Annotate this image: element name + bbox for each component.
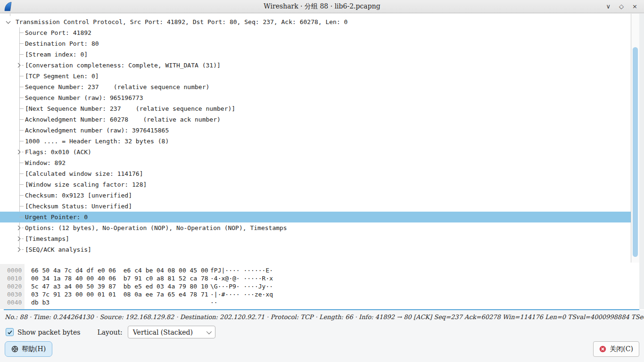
hex-bytes[interactable]: db b3 bbox=[25, 298, 210, 306]
chevron-down-icon[interactable] bbox=[6, 19, 11, 24]
help-button-label: 帮助(H) bbox=[22, 345, 46, 354]
packet-summary-line: No.: 88 · Time: 0.244264130 · Source: 19… bbox=[0, 310, 644, 321]
hex-row[interactable]: 003003 7c 91 23 00 00 01 01 08 0a ee 7a … bbox=[0, 290, 639, 298]
tree-row[interactable]: [Checksum Status: Unverified] bbox=[0, 201, 631, 212]
tree-row[interactable]: [Calculated window size: 114176] bbox=[0, 168, 631, 179]
hex-row[interactable]: 000066 50 4a 7c d4 df e0 06 e6 c4 be 04 … bbox=[0, 266, 639, 274]
packet-bytes-view[interactable]: 000066 50 4a 7c d4 df e0 06 e6 c4 be 04 … bbox=[0, 264, 639, 309]
hex-offset: 0010 bbox=[0, 274, 25, 282]
tree-row[interactable]: Destination Port: 80 bbox=[0, 38, 631, 49]
tree-row-label: Source Port: 41892 bbox=[25, 29, 91, 36]
tree-row[interactable]: Source Port: 41892 bbox=[0, 27, 631, 38]
show-packet-bytes-label[interactable]: Show packet bytes bbox=[17, 329, 80, 336]
chevron-right-icon[interactable] bbox=[16, 226, 21, 230]
tree-row[interactable]: [Next Sequence Number: 237 (relative seq… bbox=[0, 103, 631, 114]
tree-branch-line bbox=[10, 14, 10, 16]
tree-row[interactable]: Options: (12 bytes), No-Operation (NOP),… bbox=[0, 222, 631, 233]
tree-branch-line bbox=[19, 119, 24, 120]
tree-row-label: [TCP Segment Len: 0] bbox=[25, 73, 99, 80]
close-window-button[interactable]: × bbox=[632, 0, 637, 13]
wireshark-logo-icon bbox=[4, 1, 12, 12]
hex-row[interactable]: 00205c 47 a3 a4 00 50 39 87 bb e5 ed 03 … bbox=[0, 282, 639, 290]
hex-ascii[interactable]: fPJ|···· ······E· bbox=[210, 266, 273, 274]
tree-row[interactable]: [Stream index: 0] bbox=[0, 49, 631, 60]
tree-row-label: Options: (12 bytes), No-Operation (NOP),… bbox=[25, 224, 287, 231]
hex-bytes[interactable]: 5c 47 a3 a4 00 50 39 87 bb e5 ed 03 4a 7… bbox=[25, 282, 210, 290]
scrollbar-thumb[interactable] bbox=[633, 47, 638, 257]
layout-select[interactable]: Vertical (Stacked) bbox=[128, 326, 215, 338]
hex-row[interactable]: 001000 34 1a 78 40 00 40 06 b7 91 c0 a8 … bbox=[0, 274, 639, 282]
tree-row-label: [Window size scaling factor: 128] bbox=[25, 181, 147, 188]
maximize-button[interactable]: ◇ bbox=[619, 0, 624, 13]
close-circle-icon bbox=[599, 346, 606, 353]
tree-row[interactable]: Checksum: 0x9123 [unverified] bbox=[0, 190, 631, 201]
tree-branch-line bbox=[19, 130, 24, 131]
help-icon bbox=[11, 346, 18, 353]
tree-branch-line bbox=[22, 249, 24, 250]
chevron-right-icon[interactable] bbox=[16, 247, 21, 252]
hex-offset: 0020 bbox=[0, 282, 25, 290]
tree-row[interactable]: [SEQ/ACK analysis] bbox=[0, 244, 631, 255]
hex-row[interactable]: 0040db b3·· bbox=[0, 298, 639, 306]
tree-row-label: [Checksum Status: Unverified] bbox=[25, 203, 132, 210]
tree-branch-line bbox=[19, 76, 24, 76]
tree-row[interactable]: 1000 .... = Header Length: 32 bytes (8) bbox=[0, 136, 631, 147]
tree-row[interactable]: Sequence Number: 237 (relative sequence … bbox=[0, 82, 631, 92]
tree-branch-line bbox=[22, 65, 24, 66]
tree-row[interactable]: [TCP Segment Len: 0] bbox=[0, 71, 631, 82]
tree-row[interactable]: Transmission Control Protocol, Src Port:… bbox=[0, 16, 631, 27]
tree-row-label: 1000 .... = Header Length: 32 bytes (8) bbox=[25, 138, 169, 145]
hex-bytes[interactable]: 66 50 4a 7c d4 df e0 06 e6 c4 be 04 08 0… bbox=[25, 266, 210, 274]
tree-row-label: Destination Port: 80 bbox=[25, 40, 99, 47]
hex-ascii[interactable]: ·|·#···· ···ze·xq bbox=[210, 290, 273, 298]
tree-row-label: Flags: 0x010 (ACK) bbox=[25, 148, 91, 156]
tree-row-label: Urgent Pointer: 0 bbox=[25, 214, 88, 221]
chevron-right-icon[interactable] bbox=[16, 63, 21, 68]
chevron-down-icon bbox=[206, 329, 212, 334]
chevron-right-icon[interactable] bbox=[16, 150, 21, 155]
help-button[interactable]: 帮助(H) bbox=[5, 341, 52, 357]
tree-row-label: Sequence Number: 237 (relative sequence … bbox=[25, 83, 209, 90]
hex-ascii[interactable]: ·4·x@·@· ·····R·x bbox=[210, 274, 273, 282]
hex-bytes[interactable]: 03 7c 91 23 00 00 01 01 08 0a ee 7a 65 e… bbox=[25, 290, 210, 298]
tree-row-label: Acknowledgment number (raw): 3976415865 bbox=[25, 127, 169, 134]
chevron-right-icon[interactable] bbox=[16, 237, 21, 241]
tree-row-label: [Conversation completeness: Complete, WI… bbox=[25, 62, 221, 69]
tree-row-label: Transmission Control Protocol, Src Port:… bbox=[16, 18, 347, 25]
tree-branch-line bbox=[19, 163, 24, 163]
tree-row-label: Window: 892 bbox=[25, 159, 66, 166]
tree-row-label: Checksum: 0x9123 [unverified] bbox=[25, 192, 132, 199]
layout-label: Layout: bbox=[97, 329, 122, 336]
tree-row-label: [Calculated window size: 114176] bbox=[25, 170, 143, 177]
tree-row-selected[interactable]: Urgent Pointer: 0 bbox=[0, 212, 631, 222]
tree-row[interactable]: Acknowledgment number (raw): 3976415865 bbox=[0, 125, 631, 136]
tree-row[interactable]: Sequence Number (raw): 965196773 bbox=[0, 92, 631, 103]
tree-row[interactable]: [Conversation completeness: Complete, WI… bbox=[0, 60, 631, 71]
tree-row-label: [Stream index: 0] bbox=[25, 51, 88, 58]
tree-branch-line bbox=[22, 228, 24, 228]
tree-branch-line bbox=[22, 152, 24, 152]
tree-branch-line bbox=[19, 98, 24, 98]
hex-ascii[interactable]: \G···P9· ····Jy·· bbox=[210, 282, 273, 290]
tree-row[interactable]: [Timestamps] bbox=[0, 233, 631, 244]
tree-row[interactable]: Acknowledgment Number: 60278 (relative a… bbox=[0, 114, 631, 125]
layout-select-value: Vertical (Stacked) bbox=[133, 329, 193, 336]
tree-scrollbar[interactable] bbox=[631, 14, 639, 263]
tree-row[interactable]: Window: 892 bbox=[0, 157, 631, 168]
show-packet-bytes-checkbox[interactable] bbox=[6, 328, 14, 336]
title-bar: Wireshark · 分组 88 · lib6-2.pcapng ∨ ◇ × bbox=[0, 0, 644, 13]
tree-branch-line bbox=[19, 108, 24, 109]
hex-ascii[interactable]: ·· bbox=[210, 298, 218, 306]
tree-row-label: [Next Sequence Number: 237 (relative seq… bbox=[25, 105, 235, 112]
tree-row-label: [Timestamps] bbox=[25, 235, 69, 242]
minimize-button[interactable]: ∨ bbox=[606, 0, 611, 13]
packet-tree[interactable]: Transmission Control Protocol, Src Port:… bbox=[0, 14, 631, 263]
tree-branch-line bbox=[19, 184, 24, 185]
hex-offset: 0040 bbox=[0, 298, 25, 306]
tree-branch-line bbox=[19, 206, 24, 206]
close-button[interactable]: 关闭(C) bbox=[593, 341, 639, 357]
tree-row[interactable]: [Window size scaling factor: 128] bbox=[0, 179, 631, 190]
tree-row[interactable]: Flags: 0x010 (ACK) bbox=[0, 147, 631, 157]
tree-branch-line bbox=[19, 87, 24, 87]
hex-bytes[interactable]: 00 34 1a 78 40 00 40 06 b7 91 c0 a8 81 5… bbox=[25, 274, 210, 282]
